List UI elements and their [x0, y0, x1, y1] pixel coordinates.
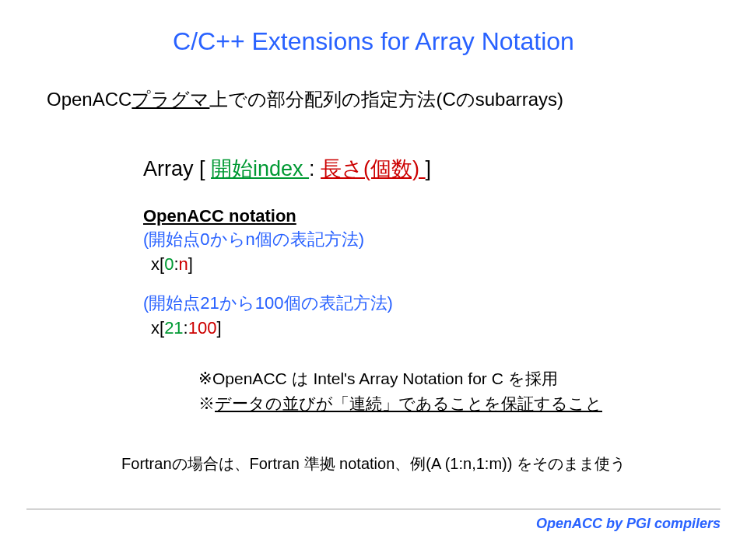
fortran-note: Fortranの場合は、Fortran 準拠 notation、例(A (1:n…	[0, 415, 747, 474]
code-example-2: x[21:100]	[0, 315, 747, 338]
syntax-close: ]	[426, 157, 432, 180]
slide-title: C/C++ Extensions for Array Notation	[0, 0, 747, 56]
ex1-start: 0	[164, 254, 174, 274]
ex1-len: n	[179, 254, 188, 274]
comment-example1: (開始点0からn個の表記方法)	[0, 226, 747, 251]
ex1-suffix: ]	[188, 254, 193, 274]
ex2-prefix: x[	[151, 318, 164, 338]
footer-divider	[26, 509, 721, 509]
ex2-len: 100	[188, 318, 217, 338]
comment-example2: (開始点21から100個の表記方法)	[0, 275, 747, 315]
ex1-prefix: x[	[151, 254, 164, 274]
syntax-array: Array [	[143, 157, 211, 180]
note2-prefix: ※	[198, 394, 215, 412]
note-contiguous-data: ※データの並びが「連続」であることを保証すること	[0, 390, 747, 415]
subtitle-suffix: 上での部分配列の指定方法(Cのsubarrays)	[209, 89, 563, 110]
syntax-start-index: 開始index	[211, 157, 309, 180]
code-example-1: x[0:n]	[0, 251, 747, 275]
ex2-suffix: ]	[216, 318, 221, 338]
ex2-start: 21	[164, 318, 183, 338]
syntax-definition: Array [ 開始index : 長さ(個数) ]	[0, 112, 747, 183]
syntax-colon: :	[309, 157, 321, 180]
subtitle-underlined: プラグマ	[132, 89, 209, 110]
note-intel-array-notation: ※OpenACC は Intel's Array Notation for C …	[0, 338, 747, 390]
footer-text: OpenACC by PGI compilers	[536, 516, 721, 532]
subtitle-prefix: OpenACC	[47, 89, 132, 110]
syntax-length: 長さ(個数)	[321, 157, 425, 180]
slide-subtitle: OpenACCプラグマ上での部分配列の指定方法(Cのsubarrays)	[0, 56, 747, 112]
note2-underlined: データの並びが「連続」であることを保証すること	[215, 394, 602, 412]
section-openacc-notation: OpenACC notation	[0, 183, 747, 226]
